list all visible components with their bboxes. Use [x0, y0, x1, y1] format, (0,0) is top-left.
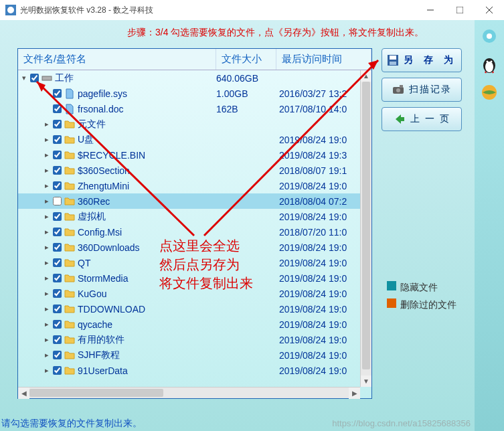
tree-row[interactable]: ▸$360Section2018/08/07 19:1 [18, 163, 360, 178]
vertical-scrollbar[interactable]: ▲▼ [360, 70, 371, 387]
expander-icon[interactable]: ▸ [42, 212, 52, 221]
minimize-button[interactable] [416, 0, 445, 20]
svg-rect-12 [400, 85, 403, 88]
folder-icon [64, 119, 75, 130]
svg-rect-13 [400, 117, 404, 121]
file-panel: 文件名/盘符名 文件大小 最后访问时间 ▾工作640.06GBpagefile.… [17, 48, 372, 399]
step-instruction: 步骤：3/4 勾选需要恢复的文件，点《另存为》按钮，将文件复制出来。 [0, 20, 504, 43]
checkbox[interactable] [53, 135, 62, 144]
col-date[interactable]: 最后访问时间 [276, 49, 371, 70]
checkbox[interactable] [53, 305, 62, 313]
checkbox[interactable] [53, 212, 62, 221]
expander-icon[interactable]: ▸ [42, 151, 52, 159]
save-as-button[interactable]: 另 存 为 [382, 48, 462, 72]
folder-icon [64, 319, 75, 330]
checkbox[interactable] [53, 120, 62, 128]
horizontal-scrollbar[interactable]: ◀▶ [18, 387, 360, 398]
titlebar: 光明数据恢复软件 v3.28 - 数之寻科技 [0, 0, 504, 20]
svg-point-1 [7, 7, 14, 13]
checkbox[interactable] [53, 181, 62, 190]
tree-row[interactable]: ▸有用的软件2019/08/24 19:0 [18, 332, 360, 347]
expander-icon[interactable]: ▾ [19, 74, 29, 82]
checkbox[interactable] [53, 335, 62, 344]
penguin-icon[interactable] [480, 55, 499, 74]
expander-icon[interactable]: ▸ [42, 166, 52, 175]
expander-icon[interactable]: ▸ [42, 274, 52, 282]
checkbox[interactable] [30, 74, 39, 82]
expander-icon[interactable]: ▸ [42, 351, 52, 359]
expander-icon[interactable]: ▸ [42, 305, 52, 313]
maximize-button[interactable] [445, 0, 475, 20]
tree-row[interactable]: ▸TDDOWNLOAD2019/08/24 19:0 [18, 301, 360, 317]
tree-row[interactable]: ▸U盘2019/08/24 19:0 [18, 132, 360, 147]
expander-icon[interactable]: ▸ [42, 258, 52, 267]
globe-icon[interactable] [480, 83, 499, 102]
expander-icon[interactable]: ▸ [42, 228, 52, 236]
file-tree[interactable]: ▾工作640.06GBpagefile.sys1.00GB2016/03/27 … [18, 70, 360, 387]
camera-icon [392, 83, 405, 96]
checkbox[interactable] [53, 258, 62, 267]
svg-point-19 [491, 61, 493, 63]
legend-deleted: 删除过的文件 [400, 299, 456, 311]
checkbox[interactable] [53, 243, 62, 252]
checkbox[interactable] [53, 289, 62, 298]
checkbox[interactable] [53, 274, 62, 282]
checkbox[interactable] [53, 166, 62, 175]
close-button[interactable] [475, 0, 504, 20]
tree-row[interactable]: ▸$RECYCLE.BIN2019/08/24 19:3 [18, 147, 360, 163]
gear-icon[interactable] [480, 27, 499, 46]
footer-hint: 请勾选需要恢复的文件复制出来。 [1, 418, 142, 430]
file-icon [64, 104, 75, 114]
tree-root[interactable]: ▾工作640.06GB [18, 70, 360, 86]
tree-row[interactable]: frsonal.doc162B2017/08/10 14:0 [18, 101, 360, 116]
tree-row[interactable]: ▸Config.Msi2018/07/20 11:0 [18, 224, 360, 240]
tree-row[interactable]: ▸虚拟机2019/08/24 19:0 [18, 209, 360, 224]
expander-icon[interactable]: ▸ [42, 320, 52, 329]
expander-icon[interactable]: ▸ [42, 289, 52, 298]
watermark: https://blog.csdn.net/a15825688356 [332, 418, 471, 428]
col-filename[interactable]: 文件名/盘符名 [18, 49, 216, 70]
tree-row[interactable]: ▸360Downloads2019/08/24 19:0 [18, 240, 360, 255]
expander-icon[interactable]: ▸ [42, 197, 52, 205]
tree-row[interactable]: ▸qycache2019/08/24 19:0 [18, 317, 360, 332]
checkbox[interactable] [53, 197, 62, 205]
tree-row[interactable]: ▸元文件 [18, 116, 360, 132]
tree-row[interactable]: ▸SJHF教程2019/08/24 19:0 [18, 347, 360, 363]
folder-icon [64, 365, 75, 376]
expander-icon[interactable]: ▸ [42, 135, 52, 144]
tree-row[interactable]: ▸ZhengtuMini2019/08/24 19:0 [18, 178, 360, 193]
folder-icon [64, 273, 75, 284]
tree-row[interactable]: ▸StormMedia2019/08/24 19:0 [18, 270, 360, 286]
arrow-left-icon [393, 112, 406, 126]
expander-icon[interactable]: ▸ [42, 181, 52, 190]
scan-log-button[interactable]: 扫描记录 [382, 78, 462, 102]
save-icon [386, 54, 400, 67]
svg-rect-8 [390, 56, 396, 60]
checkbox[interactable] [53, 151, 62, 159]
back-button[interactable]: 上 一 页 [382, 107, 462, 131]
checkbox[interactable] [53, 104, 62, 113]
checkbox[interactable] [53, 89, 62, 98]
checkbox[interactable] [53, 366, 62, 375]
svg-point-11 [396, 88, 400, 92]
expander-icon[interactable]: ▸ [42, 366, 52, 375]
checkbox[interactable] [53, 351, 62, 359]
app-icon [5, 5, 16, 15]
checkbox[interactable] [53, 228, 62, 236]
expander-icon[interactable]: ▸ [42, 243, 52, 252]
tree-row[interactable]: ▸KuGou2019/08/24 19:0 [18, 286, 360, 301]
expander-icon[interactable]: ▸ [42, 120, 52, 128]
folder-icon [64, 335, 75, 345]
tree-row[interactable]: ▸360Rec2018/08/04 07:2 [18, 193, 360, 209]
folder-icon [64, 258, 75, 268]
expander-icon[interactable]: ▸ [42, 335, 52, 344]
checkbox[interactable] [53, 320, 62, 329]
tree-row[interactable]: ▸91UserData2019/08/24 19:0 [18, 363, 360, 378]
tree-row[interactable]: pagefile.sys1.00GB2016/03/27 13:2 [18, 86, 360, 101]
svg-point-17 [485, 62, 493, 72]
svg-point-18 [487, 61, 489, 63]
column-headers: 文件名/盘符名 文件大小 最后访问时间 [18, 49, 371, 70]
col-filesize[interactable]: 文件大小 [216, 49, 276, 70]
tree-row[interactable]: ▸QT2019/08/24 19:0 [18, 255, 360, 270]
folder-icon [64, 135, 75, 145]
